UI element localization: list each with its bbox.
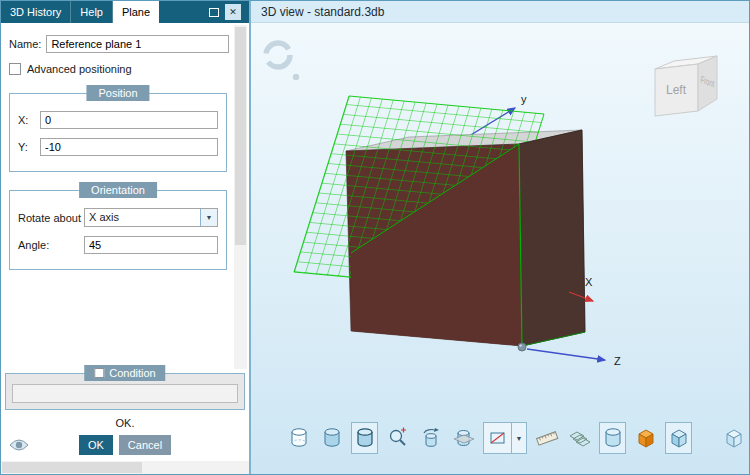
name-label: Name: xyxy=(9,38,41,50)
position-y-input[interactable] xyxy=(40,138,218,156)
vertical-scrollbar[interactable] xyxy=(234,25,247,369)
advanced-positioning-row: Advanced positioning xyxy=(9,63,229,75)
view-shaded-edges-cylinder-button[interactable] xyxy=(351,422,378,454)
3d-view-panel: 3D view - standard.3db xyxy=(251,1,749,474)
new-part-cube-button[interactable] xyxy=(720,422,747,454)
3d-view-titlebar: 3D view - standard.3db xyxy=(251,1,749,23)
angle-label: Angle: xyxy=(18,239,84,251)
zoom-magnifier-button[interactable] xyxy=(384,422,411,454)
view-mode-icon xyxy=(484,423,511,453)
condition-group: Condition xyxy=(5,373,245,410)
visibility-eye-icon[interactable] xyxy=(9,438,29,454)
rotate-about-label: Rotate about xyxy=(18,212,84,224)
cube-side-face xyxy=(519,130,585,346)
cancel-button[interactable]: Cancel xyxy=(119,435,171,455)
tab-3d-history[interactable]: 3D History xyxy=(1,1,71,23)
render-quality-cylinder-button[interactable] xyxy=(599,422,626,454)
solid-model-cube-button[interactable] xyxy=(632,422,659,454)
view-mode-combo[interactable]: ▼ xyxy=(483,422,527,454)
tab-plane[interactable]: Plane xyxy=(113,1,159,23)
condition-group-title: Condition xyxy=(84,365,165,381)
orientation-group-title: Orientation xyxy=(79,182,157,198)
name-input[interactable] xyxy=(46,35,229,53)
horizontal-scrollbar-thumb[interactable] xyxy=(2,462,142,473)
vertical-scrollbar-thumb[interactable] xyxy=(235,27,246,245)
close-icon[interactable]: ✕ xyxy=(225,4,241,20)
dialog-buttons: OK Cancel xyxy=(1,432,249,461)
position-group-title: Position xyxy=(86,85,149,101)
view-hidden-line-cylinder-button[interactable] xyxy=(285,422,312,454)
horizontal-scrollbar[interactable] xyxy=(1,461,249,474)
rotate-about-dropdown[interactable]: X axis ▼ xyxy=(84,208,218,227)
position-group: Position X: Y: xyxy=(9,93,227,172)
rotate-about-row: Rotate about X axis ▼ xyxy=(18,208,218,227)
chevron-down-icon[interactable]: ▼ xyxy=(200,209,217,226)
3d-view-title: 3D view - standard.3db xyxy=(261,5,384,19)
advanced-positioning-checkbox[interactable] xyxy=(9,63,21,75)
rotate-about-value: X axis xyxy=(85,209,200,226)
origin-point-sphere[interactable] xyxy=(518,343,526,351)
float-window-icon[interactable] xyxy=(209,8,219,17)
condition-input[interactable] xyxy=(12,384,238,403)
nav-cube-left-label: Left xyxy=(666,83,687,97)
position-x-row: X: xyxy=(18,111,218,129)
view-toolbar: ▼ xyxy=(251,414,749,474)
condition-checkbox[interactable] xyxy=(94,368,104,378)
advanced-positioning-label: Advanced positioning xyxy=(27,63,132,75)
orbit-compass-icon[interactable] xyxy=(266,43,299,80)
name-row: Name: xyxy=(9,35,229,53)
z-axis-line xyxy=(527,349,605,360)
tab-help[interactable]: Help xyxy=(71,1,113,23)
window-icons: ✕ xyxy=(209,1,249,23)
orientation-group: Orientation Rotate about X axis ▼ Angle: xyxy=(9,190,227,270)
plane-form: Name: Advanced positioning Position X: Y… xyxy=(1,23,234,371)
panel-tabbar: 3D History Help Plane ✕ xyxy=(1,1,249,23)
view-rotate-cylinder-button[interactable] xyxy=(417,422,444,454)
angle-row: Angle: xyxy=(18,236,218,254)
measure-ruler-button[interactable] xyxy=(533,422,560,454)
form-scroll-area: Name: Advanced positioning Position X: Y… xyxy=(1,23,249,371)
origin-point-highlight xyxy=(519,344,521,346)
x-axis-label: X xyxy=(585,276,593,288)
view-shaded-cylinder-button[interactable] xyxy=(318,422,345,454)
plane-dialog-panel: 3D History Help Plane ✕ Name: Advanced p… xyxy=(1,1,251,474)
ok-button[interactable]: OK xyxy=(79,435,113,455)
view-mode-chevron-down-icon[interactable]: ▼ xyxy=(511,423,526,453)
3d-scene: Left Front xyxy=(251,23,749,414)
section-view-cylinder-button[interactable] xyxy=(450,422,477,454)
position-x-label: X: xyxy=(18,114,40,126)
status-text: OK. xyxy=(1,412,249,432)
position-x-input[interactable] xyxy=(40,111,218,129)
navigation-cube[interactable]: Left Front xyxy=(655,56,717,116)
z-axis-label: Z xyxy=(614,355,621,367)
condition-label: Condition xyxy=(109,367,155,379)
app-window: 3D History Help Plane ✕ Name: Advanced p… xyxy=(0,0,750,475)
hatch-grid-button[interactable] xyxy=(566,422,593,454)
angle-input[interactable] xyxy=(84,236,218,254)
active-part-cube-button[interactable] xyxy=(665,422,692,454)
3d-viewport[interactable]: Left Front xyxy=(251,23,749,414)
position-y-label: Y: xyxy=(18,141,40,153)
y-axis-label: y xyxy=(521,93,527,105)
position-y-row: Y: xyxy=(18,138,218,156)
